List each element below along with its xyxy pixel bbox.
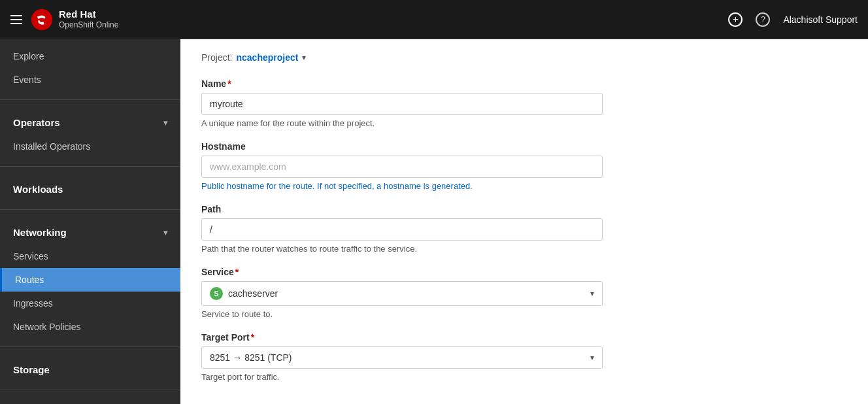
service-dropdown-arrow-icon: ▾ [590,289,594,298]
brand: Red Hat OpenShift Online [30,8,118,31]
name-form-group: Name* A unique name for the route within… [201,78,748,128]
path-form-group: Path Path that the router watches to rou… [201,204,748,254]
hostname-hint: Public hostname for the route. If not sp… [201,181,748,191]
sidebar-section-builds: Builds [0,393,180,404]
service-form-group: Service* S cacheserver ▾ Service to rout… [201,267,748,319]
name-label: Name* [201,78,748,89]
sidebar-item-routes[interactable]: Routes [0,268,180,292]
brand-name: Red Hat [59,8,118,20]
service-value: cacheserver [228,288,278,299]
target-port-hint: Target port for traffic. [201,372,748,382]
service-badge: S [210,287,223,300]
sidebar-builds-header[interactable]: Builds [0,398,180,404]
brand-subtitle: OpenShift Online [59,20,118,29]
sidebar-section-operators: Operators ▾ Installed Operators [0,103,180,163]
sidebar-section-workloads: Workloads [0,169,180,207]
hostname-label: Hostname [201,141,748,152]
sidebar-storage-header[interactable]: Storage [0,355,180,382]
sidebar-item-installed-operators[interactable]: Installed Operators [0,135,180,158]
networking-chevron-icon: ▾ [163,228,167,237]
hostname-input[interactable] [201,156,603,178]
service-dropdown[interactable]: S cacheserver ▾ [201,281,603,306]
nav-left: Red Hat OpenShift Online [10,8,118,31]
redhat-logo-icon [30,8,54,31]
service-label: Service* [201,267,748,277]
target-port-dropdown[interactable]: 8251→8251 (TCP) ▾ [201,346,603,369]
name-input[interactable] [201,93,603,115]
target-port-value: 8251→8251 (TCP) [210,352,292,363]
sidebar-item-ingresses[interactable]: Ingresses [0,292,180,315]
sidebar-item-events[interactable]: Events [0,68,180,92]
sidebar-networking-header[interactable]: Networking ▾ [0,218,180,244]
hostname-hint-link[interactable]: If not specified, a hostname is generate… [317,181,473,191]
sidebar-section-networking: Networking ▾ Services Routes Ingresses N… [0,212,180,344]
name-hint: A unique name for the route within the p… [201,118,748,128]
target-port-label: Target Port* [201,332,748,343]
top-nav: Red Hat OpenShift Online + ? Alachisoft … [0,0,868,39]
sidebar-item-network-policies[interactable]: Network Policies [0,315,180,339]
path-input[interactable] [201,218,603,241]
nav-right: + ? Alachisoft Support [728,12,858,27]
target-port-dropdown-arrow-icon: ▾ [590,353,594,362]
main-layout: Explore Events Operators ▾ Installed Ope… [0,39,868,404]
sidebar-item-explore[interactable]: Explore [0,44,180,68]
help-button[interactable]: ? [756,12,770,27]
add-button[interactable]: + [728,12,743,27]
target-port-arrow-icon: → [233,352,242,363]
hostname-form-group: Hostname Public hostname for the route. … [201,141,748,191]
service-dropdown-left: S cacheserver [210,287,278,300]
operators-chevron-icon: ▾ [163,118,167,127]
sidebar: Explore Events Operators ▾ Installed Ope… [0,39,180,404]
sidebar-operators-header[interactable]: Operators ▾ [0,108,180,135]
target-port-form-group: Target Port* 8251→8251 (TCP) ▾ Target po… [201,332,748,382]
project-name[interactable]: ncacheproject [236,52,298,63]
path-hint: Path that the router watches to route tr… [201,244,748,254]
project-label: Project: [201,52,232,63]
content-area: Project: ncacheproject ▾ Name* A unique … [180,39,868,404]
sidebar-section-top: Explore Events [0,39,180,97]
service-required-marker: * [235,267,239,277]
sidebar-workloads-header[interactable]: Workloads [0,175,180,201]
hamburger-menu[interactable] [10,15,22,24]
content-inner: Project: ncacheproject ▾ Name* A unique … [180,39,769,404]
breadcrumb: Project: ncacheproject ▾ [201,52,748,63]
sidebar-section-storage: Storage [0,350,180,387]
target-port-required-marker: * [251,332,254,343]
sidebar-item-services[interactable]: Services [0,244,180,268]
service-hint: Service to route to. [201,309,748,319]
name-required-marker: * [227,78,231,89]
user-name[interactable]: Alachisoft Support [783,14,858,25]
svg-point-0 [31,8,52,29]
brand-text: Red Hat OpenShift Online [59,8,118,29]
path-label: Path [201,204,748,214]
project-dropdown-icon[interactable]: ▾ [302,53,306,62]
